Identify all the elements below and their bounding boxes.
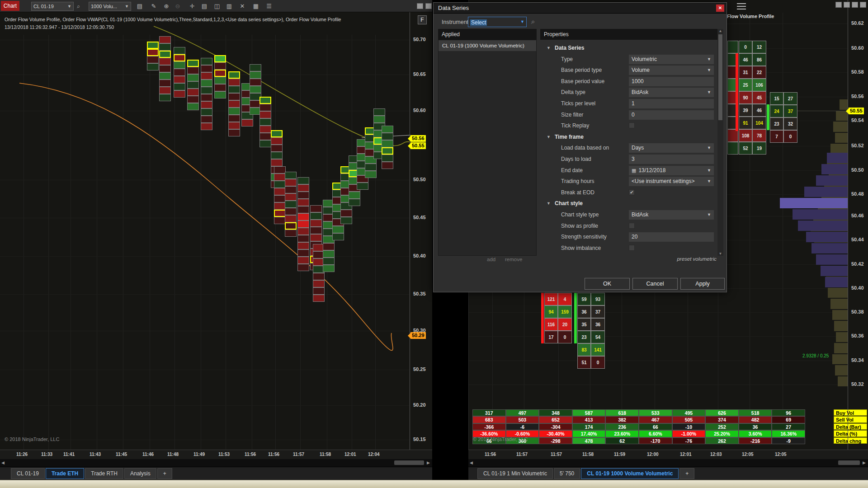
search-icon[interactable]: ⌕ [531,18,535,26]
search-icon[interactable]: ⌕ [77,3,80,10]
volume-profile-bar [835,133,848,143]
volume-profile-bar [798,221,848,231]
apply-button[interactable]: Apply [680,278,725,290]
left-horizontal-scrollbar[interactable]: ◀ ▶ [0,459,432,467]
volumetric-cell [310,234,322,241]
properties-scrollbar[interactable]: ▲ ▼ [717,29,723,256]
ask-volume-cell: 106 [752,79,766,91]
panels-icon[interactable]: ◫ [213,2,221,10]
property-dropdown[interactable]: Volumetric▼ [629,55,714,64]
volumetric-cell [382,126,393,133]
scroll-up-icon[interactable]: ▲ [717,29,723,33]
collapse-arrow-icon[interactable]: ▼ [547,201,551,206]
volumetric-cell [201,72,212,80]
cancel-button[interactable]: Cancel [632,278,678,290]
right-horizontal-scrollbar[interactable]: ◀ ▶ [468,459,868,467]
data-box-icon[interactable]: ▤ [200,2,208,10]
property-dropdown[interactable]: BidAsk▼ [629,210,714,220]
window-maximize-button[interactable] [425,3,432,9]
right-window-restore-button[interactable] [844,2,850,8]
right-add-tab-button[interactable]: + [679,468,694,479]
dialog-title-bar[interactable]: Data Series [434,3,726,14]
volumetric-cell [159,87,171,94]
scrollbar-thumb[interactable] [838,460,860,465]
left-add-tab-button[interactable]: + [157,468,172,479]
window-minimize-button[interactable] [417,3,423,9]
grid-line [469,385,848,385]
interval-dropdown[interactable]: 1000 Volu...▼ [89,2,131,11]
chart-toolbar: Chart CL 01-19▼ ⌕ 1000 Volu...▼ ▤✎⊕⊖✛▤◫▥… [0,0,432,12]
checkbox-checked[interactable]: ✔ [629,189,635,195]
fixed-scale-button[interactable]: F [418,15,427,24]
scroll-right-icon[interactable]: ▶ [427,459,430,466]
checkbox-unchecked[interactable] [629,223,635,229]
right-tab-5-750[interactable]: 5' 750 [554,468,580,479]
delta-grid-cell: 3.60% [739,430,772,437]
property-input[interactable]: 3 [629,155,714,164]
scroll-right-icon[interactable]: ▶ [863,459,866,466]
scrollbar-thumb[interactable] [718,34,722,120]
crosshair-icon[interactable]: ✛ [188,2,196,10]
scroll-left-icon[interactable]: ◀ [1,459,5,466]
zoom-out-icon[interactable]: ⊖ [174,2,182,10]
right-window-minimize-button[interactable] [835,2,842,8]
scroll-down-icon[interactable]: ▼ [717,252,723,256]
volumetric-cell [259,140,271,147]
property-dropdown[interactable]: Volume▼ [629,66,714,75]
left-tab-cl-01-19[interactable]: CL 01-19 [11,468,45,479]
price-axis-label: 50.35 [413,291,426,296]
right-tab-cl-01-19-1000-volume-volumetric[interactable]: CL 01-19 1000 Volume Volumetric [581,468,679,479]
close-icon[interactable]: ✕ [716,5,724,12]
property-group-chart-style[interactable]: ▼Chart style [540,199,717,209]
delta-grid-cell: 174 [572,423,606,430]
draw-icon[interactable]: ✎ [150,2,158,10]
left-tab-analysis[interactable]: Analysis [124,468,156,479]
property-group-time-frame[interactable]: ▼Time frame [540,132,717,142]
preset-label[interactable]: preset volumetric [628,256,717,262]
volumetric-cell [313,287,325,295]
right-window-maximize-button[interactable] [852,2,858,8]
instrument-select-dropdown[interactable]: Select ▼ [468,17,527,27]
property-group-data-series[interactable]: ▼Data Series [540,43,717,53]
chart-type-icon[interactable]: ▤ [136,2,144,10]
property-input[interactable]: 0 [629,110,714,120]
remove-button[interactable]: remove [505,257,522,262]
add-button[interactable]: add [487,257,495,262]
time-axis-label: 12:03 [710,452,722,457]
left-chart-window[interactable]: Order Flow Volume Profile, Order Flow VW… [0,12,432,450]
property-dropdown[interactable]: ▦13/12/2018▼ [629,166,714,175]
scrollbar-thumb[interactable] [394,460,424,465]
property-input[interactable]: 1000 [629,77,714,86]
instrument-dropdown[interactable]: CL 01-19▼ [31,2,74,11]
property-dropdown[interactable]: BidAsk▼ [629,88,714,97]
indicators-icon[interactable]: ▥ [225,2,233,10]
taskbar[interactable] [0,480,868,488]
chart-menu-button[interactable]: Chart [1,1,19,11]
right-tab-cl-01-19-1-min-volumetric[interactable]: CL 01-19 1 Min Volumetric [477,468,553,479]
scroll-left-icon[interactable]: ◀ [470,459,473,466]
left-tab-trade-rth[interactable]: Trade RTH [85,468,123,479]
checkbox-unchecked[interactable] [629,245,635,251]
property-input[interactable]: 20 [629,232,714,242]
volumetric-cell [214,77,226,84]
applied-item[interactable]: CL 01-19 (1000 Volume Volumetric) [439,40,536,51]
property-dropdown[interactable]: Days▼ [629,143,714,153]
volumetric-cell [310,227,322,234]
drawing-tools-icon[interactable]: ✕ [238,2,246,10]
ok-button[interactable]: OK [585,278,630,290]
right-window-close-button[interactable] [860,2,866,8]
zoom-in-icon[interactable]: ⊕ [162,2,170,10]
volume-profile-bar [827,153,848,163]
property-input[interactable]: 1 [629,99,714,108]
collapse-arrow-icon[interactable]: ▼ [547,46,551,50]
delta-grid-cell: 467 [639,416,672,423]
property-dropdown[interactable]: <Use instrument settings>▼ [629,177,714,186]
menu-icon[interactable] [737,3,746,9]
strategies-icon[interactable]: ▦ [252,2,260,10]
properties-icon[interactable]: ☰ [265,2,273,10]
collapse-arrow-icon[interactable]: ▼ [547,135,551,139]
volumetric-cell [297,213,309,221]
checkbox-unchecked[interactable] [629,122,635,128]
left-tab-trade-eth[interactable]: Trade ETH [46,468,84,479]
grid-line [150,35,150,450]
